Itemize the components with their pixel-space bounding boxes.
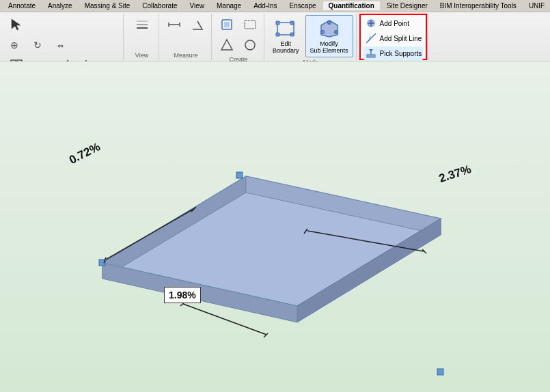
thin-lines-icon [134, 16, 150, 33]
svg-point-33 [320, 31, 324, 34]
modify-split-btn[interactable] [75, 56, 97, 61]
svg-rect-27 [276, 21, 279, 25]
create-detail-btn[interactable] [216, 36, 238, 55]
tab-analyze[interactable]: Analyze [42, 1, 78, 10]
select-icon [8, 16, 25, 33]
view-group-label: View [135, 51, 148, 59]
modify-group: ⊕ ↻ [3, 14, 124, 60]
edit-boundary-btn[interactable]: EditBoundary [269, 16, 303, 56]
tab-enscape[interactable]: Enscape [284, 1, 322, 10]
add-split-line-btn[interactable]: Add Split Line [363, 31, 424, 45]
tab-collaborate[interactable]: Collaborate [137, 1, 182, 10]
measure-group: Measure [161, 14, 212, 60]
create-buttons [216, 15, 261, 55]
svg-point-32 [327, 21, 331, 25]
modify-sub-elements-icon [318, 18, 340, 40]
edit-boundary-label: EditBoundary [273, 41, 299, 55]
add-split-line-icon [365, 32, 377, 44]
modify-delete-btn[interactable]: ✕ [98, 56, 120, 61]
ribbon-body: ⊕ ↻ [0, 12, 550, 61]
svg-text:⇔: ⇔ [57, 42, 64, 50]
corner-marker-br [437, 369, 443, 375]
add-point-icon [365, 17, 377, 29]
svg-rect-23 [245, 20, 256, 29]
svg-marker-24 [221, 40, 232, 50]
pct-198-label: 1.98% [164, 287, 201, 303]
view-thin-lines-btn[interactable] [131, 15, 153, 34]
add-split-line-label: Add Split Line [380, 35, 422, 42]
pick-supports-icon [365, 47, 377, 59]
tab-view[interactable]: View [184, 1, 210, 10]
edit-boundary-icon [275, 18, 297, 40]
mirror-icon: ⇔ [55, 37, 71, 53]
add-point-btn[interactable]: Add Point [363, 16, 424, 30]
corner-marker-tl [236, 172, 243, 178]
shape-editing-group: Add Point Add Split Line [359, 14, 428, 60]
add-point-label: Add Point [380, 20, 409, 27]
tab-quantification[interactable]: Quantification [323, 1, 380, 10]
modify-sub-elements-btn[interactable]: ModifySub Elements [305, 15, 353, 57]
view-buttons [131, 15, 153, 51]
modify-mirror-btn[interactable]: ⇔ [52, 36, 74, 55]
modify-move-btn[interactable]: ⊕ [5, 36, 27, 55]
svg-rect-30 [290, 33, 294, 36]
create-part-btn[interactable] [239, 36, 261, 55]
distance-icon [166, 16, 182, 33]
svg-point-34 [334, 31, 338, 34]
canvas-area: 0.72% 2.37% 1.98% [0, 61, 550, 392]
shape-editing-buttons: Add Point Add Split Line [363, 16, 424, 60]
tab-manage[interactable]: Manage [211, 1, 247, 10]
svg-marker-0 [12, 19, 20, 30]
measure-buttons [163, 15, 208, 51]
create-group-btn[interactable] [239, 15, 261, 34]
slab-svg [0, 61, 550, 392]
create-group: Create [213, 14, 264, 60]
ribbon-tabs: Annotate Analyze Massing & Site Collabor… [0, 0, 550, 12]
tab-unif[interactable]: UNIF [523, 1, 550, 10]
svg-text:⊕: ⊕ [10, 40, 18, 51]
pick-supports-btn[interactable]: Pick Supports [363, 46, 424, 60]
svg-rect-29 [276, 33, 279, 36]
modify-select-btn[interactable] [5, 15, 27, 34]
measure-group-label: Measure [174, 51, 197, 59]
modify-rotate-btn[interactable]: ↻ [29, 36, 51, 55]
angle-icon [189, 16, 206, 33]
svg-rect-22 [224, 22, 230, 27]
modify-trim-btn[interactable] [52, 56, 74, 61]
modify-scale-btn[interactable]: ⤡ [29, 56, 51, 61]
modify-array-btn[interactable] [5, 56, 27, 61]
component-icon [219, 16, 235, 33]
modify-sub-elements-label: ModifySub Elements [310, 41, 348, 55]
modify-buttons: ⊕ ↻ [5, 15, 120, 61]
mode-group: EditBoundary ModifySub Elements Mode [266, 14, 357, 60]
pick-supports-label: Pick Supports [380, 50, 422, 57]
tab-addins[interactable]: Add-Ins [248, 1, 282, 10]
create-group-label: Create [229, 55, 247, 61]
rotate-icon: ↻ [31, 37, 48, 53]
svg-point-25 [245, 40, 255, 50]
measure-angle-btn[interactable] [187, 15, 208, 34]
tab-bim-interop[interactable]: BIM Interoperability Tools [435, 1, 522, 10]
tab-annotate[interactable]: Annotate [3, 1, 41, 10]
part-icon [242, 37, 258, 53]
svg-text:↻: ↻ [33, 40, 42, 51]
move-icon: ⊕ [8, 37, 25, 53]
create-component-btn[interactable] [216, 15, 238, 34]
svg-rect-40 [367, 55, 375, 57]
svg-rect-28 [290, 21, 294, 25]
measure-distance-btn[interactable] [163, 15, 185, 34]
detail-icon [219, 37, 235, 53]
tab-site-designer[interactable]: Site Designer [381, 1, 433, 10]
svg-marker-42 [369, 49, 373, 52]
group-icon [242, 16, 258, 33]
view-group: View [125, 14, 159, 60]
toolbar: Annotate Analyze Massing & Site Collabor… [0, 0, 550, 61]
svg-line-38 [366, 33, 376, 43]
tab-massing[interactable]: Massing & Site [79, 1, 136, 10]
